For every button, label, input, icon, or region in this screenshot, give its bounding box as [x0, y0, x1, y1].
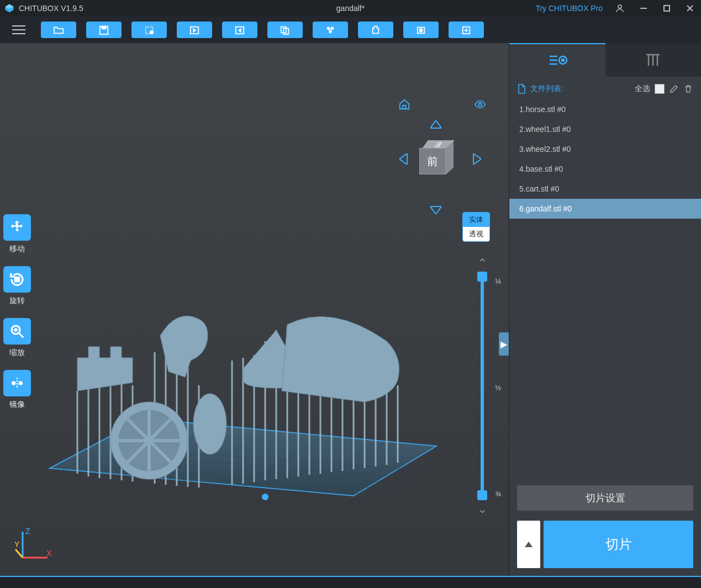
display-solid[interactable]: 实体 — [463, 213, 489, 227]
auto-layout-button[interactable] — [313, 22, 348, 38]
view-cube[interactable]: 顶 前 — [419, 140, 454, 174]
new-project-button[interactable] — [131, 22, 167, 38]
slider-up-icon[interactable]: ⌃ — [478, 256, 487, 269]
move-tool[interactable]: 移动 — [3, 214, 31, 254]
svg-point-76 — [193, 394, 226, 454]
file-item[interactable]: 3.wheel2.stl #0 — [509, 139, 701, 159]
repair-button[interactable] — [449, 22, 484, 38]
app-name: CHITUBOX V1.9.5 — [19, 4, 83, 13]
slice-settings-button[interactable]: 切片设置 — [517, 485, 693, 511]
svg-point-13 — [150, 31, 153, 34]
undo-button[interactable] — [177, 22, 212, 38]
svg-point-89 — [19, 381, 23, 385]
account-icon[interactable] — [613, 3, 627, 13]
svg-marker-68 — [77, 347, 133, 391]
svg-text:X: X — [46, 549, 52, 558]
scale-tool[interactable]: 缩放 — [3, 318, 31, 358]
file-icon — [517, 84, 526, 94]
settings-tab-icon — [546, 52, 568, 68]
file-list-title: 文件列表: — [530, 84, 563, 94]
panel-tabs — [509, 43, 701, 76]
move-label: 移动 — [9, 244, 25, 254]
home-view-icon[interactable] — [398, 98, 410, 110]
orbit-left-icon[interactable] — [399, 153, 408, 165]
try-pro-link[interactable]: Try CHITUBOX Pro — [535, 4, 603, 13]
slice-button[interactable]: 切片 — [544, 521, 693, 568]
layer-slider[interactable]: ⌃ ⌄ — [480, 256, 484, 516]
svg-rect-4 — [664, 6, 670, 11]
svg-line-81 — [15, 549, 23, 558]
file-list: 1.horse.stl #02.wheel1.stl #03.wheel2.st… — [509, 99, 701, 479]
svg-rect-83 — [15, 277, 19, 282]
svg-marker-94 — [430, 206, 441, 214]
title-bar: CHITUBOX V1.9.5 gandalf* Try CHITUBOX Pr… — [0, 0, 701, 17]
panel-collapse-handle[interactable]: ▶ — [499, 332, 509, 356]
slider-thumb-top[interactable] — [477, 272, 487, 282]
delete-icon[interactable] — [683, 84, 693, 94]
slider-down-icon[interactable]: ⌄ — [478, 502, 487, 516]
minimize-button[interactable] — [637, 4, 650, 13]
select-all-label: 全选 — [635, 84, 650, 94]
orbit-right-icon[interactable] — [472, 153, 481, 165]
tab-settings[interactable] — [509, 43, 605, 76]
file-item[interactable]: 2.wheel1.stl #0 — [509, 119, 701, 139]
mirror-tool[interactable]: 镜像 — [3, 370, 31, 410]
visibility-icon[interactable] — [473, 98, 487, 110]
maximize-button[interactable] — [660, 4, 673, 13]
dig-hole-button[interactable] — [403, 22, 439, 38]
open-button[interactable] — [41, 22, 76, 38]
slider-track[interactable] — [481, 273, 484, 499]
slider-marks: ¼ ½ ¾ — [495, 277, 501, 498]
cube-front-face[interactable]: 前 — [419, 148, 446, 174]
orbit-up-icon[interactable] — [430, 120, 441, 129]
tab-supports[interactable] — [605, 43, 702, 76]
svg-marker-95 — [399, 153, 407, 165]
file-item[interactable]: 1.horse.stl #0 — [509, 99, 701, 119]
transform-tools: 移动 旋转 缩放 镜像 — [3, 214, 31, 410]
svg-point-101 — [562, 59, 564, 61]
orbit-down-icon[interactable] — [430, 205, 441, 214]
menu-button[interactable] — [7, 20, 31, 39]
svg-line-85 — [19, 333, 24, 338]
save-button[interactable] — [86, 22, 122, 38]
slider-mark-3: ¾ — [495, 490, 501, 498]
main-toolbar — [0, 17, 701, 43]
svg-text:Z: Z — [25, 527, 30, 536]
file-item[interactable]: 5.cart.stl #0 — [509, 179, 701, 199]
close-button[interactable] — [683, 4, 697, 13]
slider-thumb-bottom[interactable] — [477, 490, 487, 500]
hollow-button[interactable] — [358, 22, 393, 38]
slider-mark-2: ½ — [495, 384, 501, 392]
axis-gizmo: Z X Y — [14, 527, 53, 566]
copy-button[interactable] — [267, 22, 303, 38]
svg-point-25 — [419, 29, 422, 31]
rotate-label: 旋转 — [9, 296, 25, 306]
cube-side-face[interactable] — [446, 141, 454, 175]
app-logo-icon — [4, 3, 14, 13]
svg-text:Y: Y — [14, 540, 20, 549]
display-perspective[interactable]: 透视 — [463, 227, 489, 241]
redo-button[interactable] — [222, 22, 257, 38]
select-all-checkbox[interactable] — [655, 84, 665, 94]
display-mode-toggle[interactable]: 实体 透视 — [462, 212, 490, 242]
slider-mark-1: ¼ — [495, 277, 501, 285]
svg-rect-91 — [403, 105, 406, 109]
svg-rect-11 — [102, 27, 106, 29]
svg-point-88 — [12, 381, 16, 385]
svg-marker-96 — [473, 153, 481, 165]
edit-icon[interactable] — [669, 84, 679, 94]
mirror-label: 镜像 — [9, 400, 25, 410]
file-item[interactable]: 4.base.stl #0 — [509, 159, 701, 179]
file-list-header: 文件列表: 全选 — [509, 76, 701, 99]
svg-marker-106 — [525, 542, 533, 547]
document-title: gandalf* — [336, 4, 365, 13]
file-item[interactable]: 6.gandalf.stl #0 — [509, 199, 701, 219]
slice-row: 切片 — [517, 521, 693, 568]
rotate-tool[interactable]: 旋转 — [3, 266, 31, 306]
svg-point-40 — [262, 494, 268, 500]
right-panel: 文件列表: 全选 1.horse.stl #02.wheel1.stl #03.… — [509, 43, 701, 576]
slice-options-dropdown[interactable] — [517, 521, 540, 568]
svg-point-2 — [618, 5, 621, 8]
viewport-3d[interactable]: Z X Y 移动 旋转 缩放 镜像 — [0, 43, 509, 576]
build-plate — [44, 275, 442, 507]
